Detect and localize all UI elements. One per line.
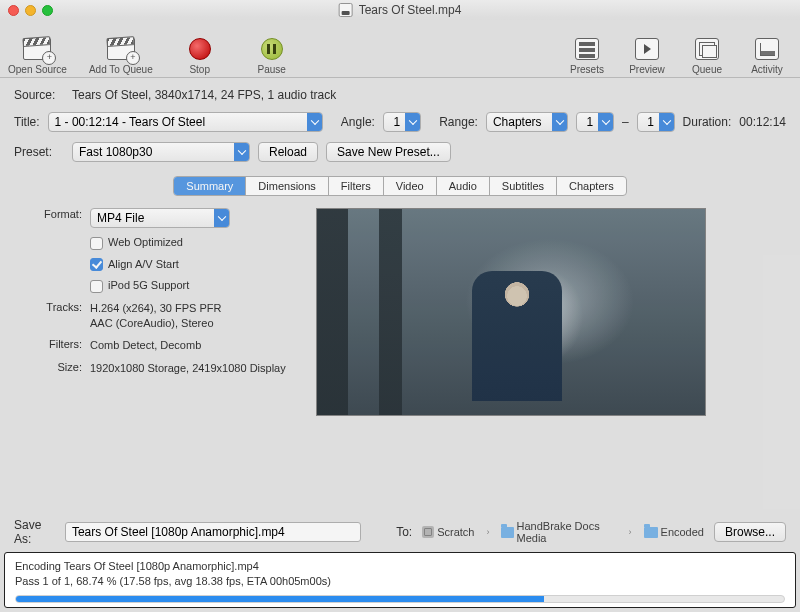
progress-panel: Encoding Tears Of Steel [1080p Anamorphi… <box>4 552 796 608</box>
preview-pane[interactable] <box>316 208 706 416</box>
align-av-label: Align A/V Start <box>108 258 179 270</box>
size-value: 1920x1080 Storage, 2419x1080 Display <box>90 361 286 376</box>
chevron-right-icon: › <box>629 527 632 537</box>
web-optimized-label: Web Optimized <box>108 236 183 248</box>
presets-icon <box>575 38 599 60</box>
window-controls <box>8 5 53 16</box>
presets-button[interactable]: Presets <box>562 24 612 75</box>
range-from-select[interactable]: 1 <box>576 112 614 132</box>
ipod-5g-label: iPod 5G Support <box>108 279 189 291</box>
range-label: Range: <box>439 115 478 129</box>
chevron-right-icon: › <box>486 527 489 537</box>
content-area: Source: Tears Of Steel, 3840x1714, 24 FP… <box>0 78 800 612</box>
preset-row: Preset: Fast 1080p30 Reload Save New Pre… <box>14 142 786 162</box>
summary-panel: Format: MP4 File Web Optimized Align A/V… <box>14 208 786 416</box>
progress-line2: Pass 1 of 1, 68.74 % (17.58 fps, avg 18.… <box>15 574 785 589</box>
save-new-preset-button[interactable]: Save New Preset... <box>326 142 451 162</box>
path-encoded[interactable]: Encoded <box>644 526 704 538</box>
filters-value: Comb Detect, Decomb <box>90 338 201 353</box>
tab-video[interactable]: Video <box>384 177 437 195</box>
progress-bar <box>15 595 785 603</box>
reload-button[interactable]: Reload <box>258 142 318 162</box>
format-label: Format: <box>34 208 82 228</box>
angle-select[interactable]: 1 <box>383 112 421 132</box>
title-row: Title: 1 - 00:12:14 - Tears Of Steel Ang… <box>14 112 786 132</box>
stop-icon <box>189 38 211 60</box>
preview-icon <box>635 38 659 60</box>
duration-value: 00:12:14 <box>739 115 786 129</box>
clapper-icon <box>23 38 51 60</box>
tabs: Summary Dimensions Filters Video Audio S… <box>14 176 786 196</box>
add-to-queue-button[interactable]: Add To Queue <box>89 24 153 75</box>
save-as-label: Save As: <box>14 518 55 546</box>
source-row: Source: Tears Of Steel, 3840x1714, 24 FP… <box>14 88 786 102</box>
queue-button[interactable]: Queue <box>682 24 732 75</box>
pause-button[interactable]: Pause <box>247 24 297 75</box>
tracks-value: H.264 (x264), 30 FPS PFR AAC (CoreAudio)… <box>90 301 221 331</box>
preview-image <box>472 271 562 401</box>
title-select[interactable]: 1 - 00:12:14 - Tears Of Steel <box>48 112 323 132</box>
tab-chapters[interactable]: Chapters <box>557 177 626 195</box>
disk-icon <box>422 526 434 538</box>
duration-label: Duration: <box>683 115 732 129</box>
tab-summary[interactable]: Summary <box>174 177 246 195</box>
tracks-label: Tracks: <box>34 301 82 331</box>
preview-button[interactable]: Preview <box>622 24 672 75</box>
web-optimized-checkbox[interactable] <box>90 237 103 250</box>
title-label: Title: <box>14 115 40 129</box>
path-docs-media[interactable]: HandBrake Docs Media <box>501 520 616 544</box>
minimize-window-button[interactable] <box>25 5 36 16</box>
zoom-window-button[interactable] <box>42 5 53 16</box>
file-icon <box>339 3 353 17</box>
progress-line1: Encoding Tears Of Steel [1080p Anamorphi… <box>15 559 785 574</box>
save-as-input[interactable] <box>65 522 361 542</box>
source-value: Tears Of Steel, 3840x1714, 24 FPS, 1 aud… <box>72 88 336 102</box>
range-type-select[interactable]: Chapters <box>486 112 568 132</box>
range-sep: – <box>622 115 629 129</box>
align-av-checkbox[interactable] <box>90 258 103 271</box>
title-bar: Tears Of Steel.mp4 <box>0 0 800 20</box>
folder-icon <box>501 527 513 538</box>
clapper-plus-icon <box>107 38 135 60</box>
open-source-button[interactable]: Open Source <box>8 24 67 75</box>
tab-filters[interactable]: Filters <box>329 177 384 195</box>
save-as-row: Save As: To: Scratch › HandBrake Docs Me… <box>14 510 786 552</box>
to-label: To: <box>396 525 412 539</box>
folder-icon <box>644 527 658 538</box>
queue-icon <box>695 38 719 60</box>
pause-icon <box>261 38 283 60</box>
window-title: Tears Of Steel.mp4 <box>339 3 462 17</box>
tab-subtitles[interactable]: Subtitles <box>490 177 557 195</box>
ipod-5g-checkbox[interactable] <box>90 280 103 293</box>
preset-label: Preset: <box>14 145 64 159</box>
size-label: Size: <box>34 361 82 376</box>
range-to-select[interactable]: 1 <box>637 112 675 132</box>
close-window-button[interactable] <box>8 5 19 16</box>
progress-bar-fill <box>16 596 544 602</box>
activity-icon <box>755 38 779 60</box>
tab-audio[interactable]: Audio <box>437 177 490 195</box>
tab-dimensions[interactable]: Dimensions <box>246 177 328 195</box>
path-scratch[interactable]: Scratch <box>422 526 474 538</box>
source-label: Source: <box>14 88 64 102</box>
filters-label: Filters: <box>34 338 82 353</box>
toolbar: Open Source Add To Queue Stop Pause Pres… <box>0 20 800 78</box>
browse-button[interactable]: Browse... <box>714 522 786 542</box>
angle-label: Angle: <box>341 115 375 129</box>
activity-button[interactable]: Activity <box>742 24 792 75</box>
window-filename: Tears Of Steel.mp4 <box>359 3 462 17</box>
format-select[interactable]: MP4 File <box>90 208 230 228</box>
preset-select[interactable]: Fast 1080p30 <box>72 142 250 162</box>
stop-button[interactable]: Stop <box>175 24 225 75</box>
